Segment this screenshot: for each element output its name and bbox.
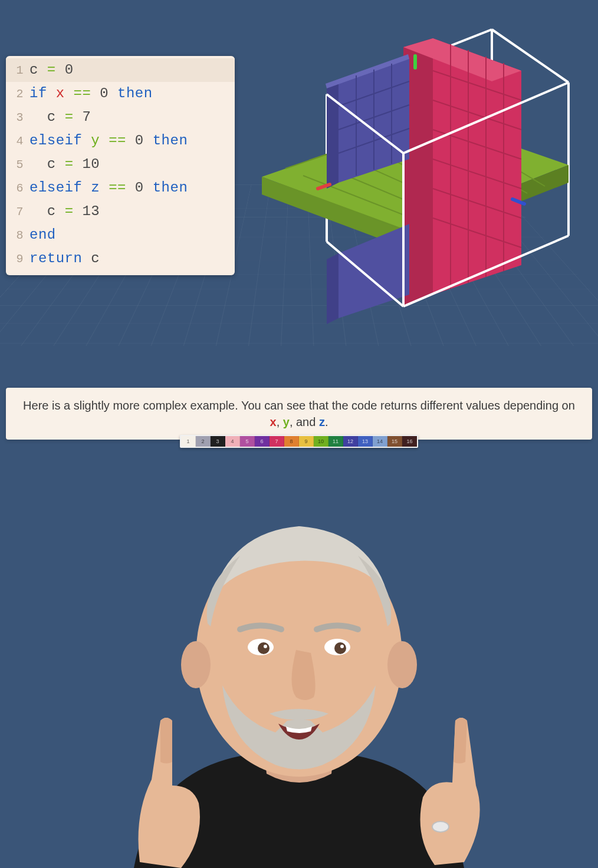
palette-swatch-8[interactable]: 8: [284, 436, 299, 447]
svg-point-42: [181, 641, 211, 688]
line-number: 5: [12, 154, 24, 175]
svg-point-49: [340, 645, 344, 648]
palette-swatch-9[interactable]: 9: [299, 436, 314, 447]
palette-swatch-12[interactable]: 12: [343, 436, 358, 447]
presenter-video: [0, 454, 598, 868]
line-number: 7: [12, 202, 24, 222]
line-number: 1: [12, 60, 24, 81]
line-number: 9: [12, 249, 24, 269]
code-line-2[interactable]: 2if x == 0 then: [6, 82, 235, 105]
palette-swatch-3[interactable]: 3: [211, 436, 225, 447]
code-line-7[interactable]: 7 c = 13: [6, 200, 235, 223]
presenter-illustration: [63, 467, 535, 868]
palette-swatch-5[interactable]: 5: [240, 436, 255, 447]
svg-point-43: [387, 641, 417, 688]
code-line-4[interactable]: 4elseif y == 0 then: [6, 129, 235, 153]
code-panel[interactable]: 1c = 02if x == 0 then3 c = 74elseif y ==…: [6, 56, 235, 275]
line-number: 2: [12, 84, 24, 104]
line-number: 3: [12, 107, 24, 128]
voxel-wall-x: [403, 38, 521, 306]
line-number: 6: [12, 178, 24, 199]
svg-point-46: [264, 645, 267, 648]
code-line-8[interactable]: 8end: [6, 223, 235, 247]
svg-point-48: [334, 642, 346, 654]
voxel-scene[interactable]: [256, 12, 574, 342]
code-line-6[interactable]: 6elseif z == 0 then: [6, 176, 235, 200]
palette-swatch-15[interactable]: 15: [387, 436, 402, 447]
code-line-9[interactable]: 9return c: [6, 247, 235, 270]
palette-swatch-14[interactable]: 14: [373, 436, 387, 447]
palette-swatch-4[interactable]: 4: [225, 436, 240, 447]
line-number: 8: [12, 225, 24, 246]
palette-swatch-16[interactable]: 16: [402, 436, 417, 447]
tutorial-caption: Here is a slightly more complex example.…: [6, 388, 592, 440]
palette-swatch-1[interactable]: 1: [181, 436, 196, 447]
code-line-3[interactable]: 3 c = 7: [6, 105, 235, 129]
palette-swatch-10[interactable]: 10: [314, 436, 328, 447]
palette-swatch-7[interactable]: 7: [270, 436, 284, 447]
voxel-editor-viewport: 1c = 02if x == 0 then3 c = 74elseif y ==…: [0, 0, 598, 371]
palette-swatch-11[interactable]: 11: [328, 436, 343, 447]
palette-swatch-6[interactable]: 6: [255, 436, 270, 447]
color-palette[interactable]: 12345678910111213141516: [180, 435, 418, 448]
code-line-1[interactable]: 1c = 0: [6, 58, 235, 82]
line-number: 4: [12, 131, 24, 151]
svg-point-45: [258, 642, 270, 654]
palette-swatch-2[interactable]: 2: [196, 436, 211, 447]
code-line-5[interactable]: 5 c = 10: [6, 153, 235, 176]
palette-swatch-13[interactable]: 13: [358, 436, 373, 447]
svg-point-50: [432, 821, 449, 832]
